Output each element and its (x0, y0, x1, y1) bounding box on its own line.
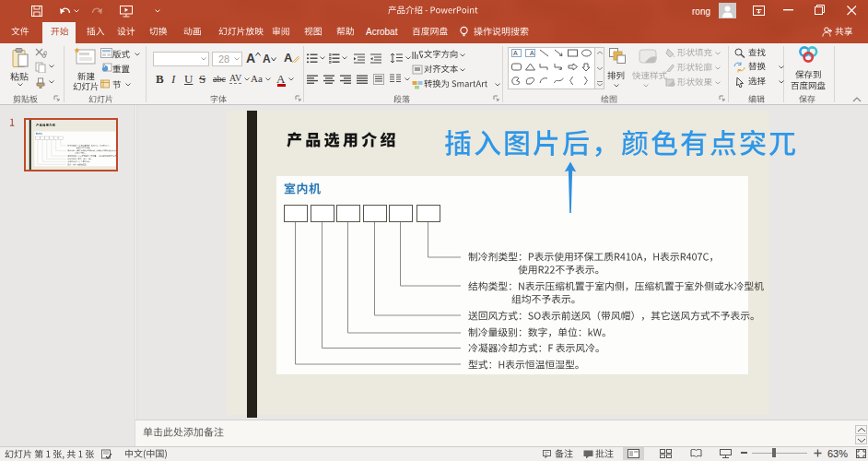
svg-text:A: A (530, 50, 534, 56)
svg-text:A: A (513, 50, 518, 56)
